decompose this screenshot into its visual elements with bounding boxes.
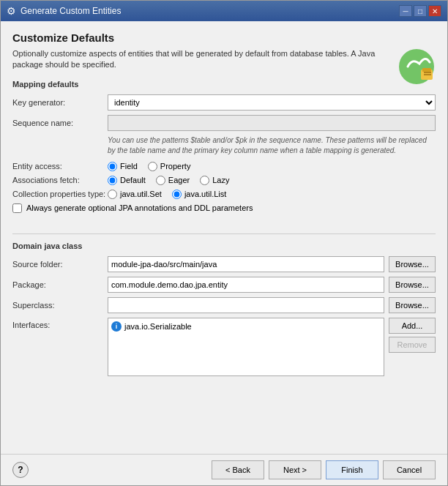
add-interface-button[interactable]: Add... [389,318,436,334]
collection-set-label: java.util.Set [120,190,162,198]
package-row: Package: Browse... [12,277,436,293]
always-generate-checkbox[interactable] [12,203,22,213]
fetch-lazy-radio[interactable] [200,176,209,185]
key-generator-row: Key generator: identity sequence table a… [12,94,436,111]
collection-properties-group: java.util.Set java.util.List [108,190,436,199]
footer-left: ? [12,462,29,478]
sequence-name-input[interactable] [108,115,436,131]
sequence-name-control [108,115,436,131]
entity-access-field-label: Field [120,162,138,171]
superclass-label: Superclass: [12,301,108,310]
minimize-button[interactable]: ─ [399,5,412,17]
key-generator-label: Key generator: [12,98,108,107]
interfaces-listbox[interactable]: i java.io.Serializable [108,318,384,376]
interfaces-row: Interfaces: i java.io.Serializable Add..… [12,318,436,446]
mapping-defaults-label: Mapping defaults [12,80,436,89]
sequence-name-row: Sequence name: [12,115,436,131]
entity-access-property-label: Property [160,162,191,171]
always-generate-row: Always generate optional JPA annotations… [12,203,436,213]
domain-class-label: Domain java class [12,242,436,250]
window-title: Generate Custom Entities [20,6,121,16]
title-bar-left: ⚙ Generate Custom Entities [7,5,121,17]
entity-access-group: Field Property [108,162,436,171]
sequence-hint: You can use the patterns $table and/or $… [108,135,436,156]
close-button[interactable]: ✕ [428,5,441,17]
entity-access-row: Entity access: Field Property [12,162,436,171]
collection-list-label: java.util.List [184,190,226,198]
fetch-eager-radio[interactable] [156,176,165,185]
entity-access-field-radio[interactable] [108,162,117,171]
key-generator-select[interactable]: identity sequence table auto none [108,94,436,111]
interfaces-buttons: Add... Remove [389,318,436,353]
help-button[interactable]: ? [12,462,29,478]
fetch-eager-label: Eager [168,176,190,184]
package-input[interactable] [108,277,384,293]
package-label: Package: [12,280,108,289]
window-icon: ⚙ [7,5,16,17]
source-folder-input[interactable] [108,256,384,272]
fetch-default-label: Default [120,176,146,184]
remove-interface-button[interactable]: Remove [389,337,436,353]
footer-right: < Back Next > Finish Cancel [212,460,436,479]
collection-set-option[interactable]: java.util.Set [108,190,162,199]
fetch-eager-option[interactable]: Eager [156,176,190,185]
fetch-default-option[interactable]: Default [108,176,146,185]
superclass-input[interactable] [108,297,384,313]
always-generate-label[interactable]: Always generate optional JPA annotations… [26,203,253,212]
entity-access-property-option[interactable]: Property [148,162,191,171]
entity-access-label: Entity access: [12,162,108,171]
maximize-button[interactable]: □ [414,5,427,17]
finish-button[interactable]: Finish [326,460,378,479]
source-folder-label: Source folder: [12,260,108,269]
source-folder-row: Source folder: Browse... [12,256,436,272]
source-folder-browse-button[interactable]: Browse... [389,256,436,272]
page-title: Customize Defaults [12,31,436,44]
title-buttons: ─ □ ✕ [399,5,441,17]
superclass-row: Superclass: Browse... [12,297,436,313]
info-icon: i [111,321,122,332]
domain-java-class-section: Domain java class Source folder: Browse.… [12,242,436,446]
collection-list-option[interactable]: java.util.List [172,190,226,199]
section-separator [12,233,436,234]
main-window: ⚙ Generate Custom Entities ─ □ ✕ Customi… [0,0,448,486]
cancel-button[interactable]: Cancel [383,460,436,479]
package-browse-button[interactable]: Browse... [389,277,436,293]
next-button[interactable]: Next > [269,460,321,479]
fetch-lazy-label: Lazy [212,176,229,184]
list-item: i java.io.Serializable [111,321,381,332]
fetch-lazy-option[interactable]: Lazy [200,176,229,185]
mapping-defaults-section: Mapping defaults Key generator: identity… [12,80,436,217]
collection-set-radio[interactable] [108,190,117,199]
entity-access-property-radio[interactable] [148,162,157,171]
fetch-default-radio[interactable] [108,176,117,185]
collection-list-radio[interactable] [172,190,182,199]
logo-area [397,48,436,86]
page-description: Optionally customize aspects of entities… [12,48,378,71]
collection-properties-row: Collection properties type: java.util.Se… [12,190,436,199]
associations-fetch-row: Associations fetch: Default Eager Lazy [12,176,436,185]
key-generator-control: identity sequence table auto none [108,94,436,111]
main-content: Customize Defaults Optionally customize … [1,21,447,454]
back-button[interactable]: < Back [212,460,264,479]
associations-fetch-label: Associations fetch: [12,176,108,184]
interface-text: java.io.Serializable [124,322,192,331]
sequence-name-label: Sequence name: [12,119,108,127]
svg-rect-2 [422,68,431,72]
superclass-browse-button[interactable]: Browse... [389,297,436,313]
entity-access-field-option[interactable]: Field [108,162,138,171]
interfaces-label: Interfaces: [12,318,108,329]
footer: ? < Back Next > Finish Cancel [1,454,447,485]
title-bar: ⚙ Generate Custom Entities ─ □ ✕ [1,1,447,21]
collection-properties-label: Collection properties type: [12,190,108,198]
associations-fetch-group: Default Eager Lazy [108,176,436,185]
